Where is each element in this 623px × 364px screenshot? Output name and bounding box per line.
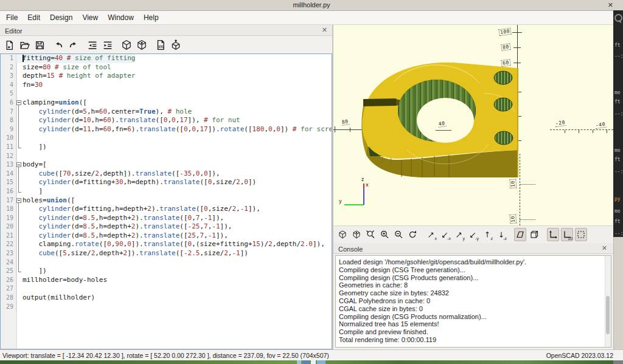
- menu-item-window[interactable]: Window: [103, 11, 139, 24]
- code-text: cylinder(d=8.5,h=depth+2).translate([0,7…: [23, 214, 224, 223]
- terminal-text: py: [614, 196, 621, 202]
- fold-marker: [16, 249, 23, 258]
- menu-item-file[interactable]: File: [1, 11, 23, 24]
- save-file-button[interactable]: [33, 38, 46, 52]
- code-line[interactable]: 27: [1, 284, 332, 294]
- window-close-icon[interactable]: ✕: [608, 1, 613, 10]
- code-line[interactable]: 15 cylinder(d=fitting+30,h=depth).transl…: [1, 178, 332, 187]
- code-line[interactable]: 19 cylinder(d=8.5,h=depth+2).translate([…: [1, 214, 332, 223]
- line-number: 25: [1, 267, 16, 276]
- fold-marker[interactable]: [16, 160, 23, 170]
- fold-marker[interactable]: [16, 196, 23, 205]
- console-output[interactable]: Loaded design '/home/gsohler/git/opensca…: [335, 255, 611, 348]
- scrollbar-thumb[interactable]: [606, 296, 610, 334]
- new-file-button[interactable]: [2, 38, 16, 52]
- code-line[interactable]: 7 cylinder(d=5,h=60,center=True), # hole: [1, 108, 332, 117]
- code-line[interactable]: 2size=80 # size of tool: [1, 63, 332, 72]
- reset-view-button[interactable]: [406, 228, 419, 241]
- code-text: cylinder(d=5,h=60,center=True), # hole: [23, 108, 192, 117]
- code-line[interactable]: 26millholder=body-holes: [1, 276, 332, 285]
- code-line[interactable]: 12: [1, 152, 332, 161]
- show-axes-button[interactable]: [547, 228, 559, 241]
- code-line[interactable]: 20 cylinder(d=8.5,h=depth+2).translate([…: [1, 222, 332, 232]
- zoom-in-button[interactable]: [378, 228, 391, 241]
- indent-button[interactable]: [101, 38, 114, 52]
- line-number: 19: [1, 214, 16, 223]
- code-line[interactable]: 29: [1, 303, 332, 312]
- code-line[interactable]: 8 cylinder(d=10,h=60).translate([0,0,17]…: [1, 116, 332, 125]
- view-z-button[interactable]: z: [481, 228, 493, 241]
- code-line[interactable]: 11 ]): [1, 143, 332, 152]
- perspective-button[interactable]: [514, 228, 526, 241]
- code-line[interactable]: 10: [1, 134, 332, 143]
- code-line[interactable]: 25 ]): [1, 267, 332, 276]
- menu-item-help[interactable]: Help: [139, 11, 164, 24]
- editor-close-icon[interactable]: ✕: [322, 26, 327, 35]
- zoom-out-button[interactable]: [392, 228, 405, 241]
- fold-marker: [16, 240, 23, 249]
- editor-title: Editor: [0, 27, 23, 35]
- menu-item-design[interactable]: Design: [45, 11, 77, 24]
- new-file-icon: [4, 40, 15, 50]
- view-y-button[interactable]: y: [453, 228, 465, 241]
- fold-marker[interactable]: [16, 98, 23, 108]
- viewport-3d[interactable]: 100 80 60 80 -20 -40 10 10: [333, 25, 613, 225]
- terminal-text: ft: [614, 43, 621, 48]
- console-line: CGAL cache size in bytes: 0: [336, 305, 611, 313]
- render-button[interactable]: [350, 228, 363, 241]
- zoom-out-icon: [394, 230, 403, 239]
- code-line[interactable]: 3depth=15 # height of adapter: [1, 72, 332, 81]
- view-minus-x-button[interactable]: -x: [439, 228, 451, 241]
- title-bar: millholder.py ✕: [0, 0, 623, 11]
- code-text: holes=union([: [23, 196, 75, 205]
- menu-item-view[interactable]: View: [77, 11, 103, 24]
- code-line[interactable]: 1fitting=40 # size of fitting: [1, 54, 332, 63]
- console-close-icon[interactable]: ✕: [602, 244, 607, 253]
- unindent-button[interactable]: [86, 38, 99, 52]
- undo-icon: [53, 40, 64, 50]
- code-area[interactable]: 1fitting=40 # size of fitting2size=80 # …: [0, 53, 332, 349]
- view-x-button[interactable]: x: [425, 228, 437, 241]
- undo-button[interactable]: [52, 38, 65, 52]
- code-line[interactable]: 17holes=union([: [1, 196, 332, 205]
- openscad-window: millholder.py ✕ FileEditDesignViewWindow…: [0, 0, 623, 364]
- code-line[interactable]: 23 cube([5,size/2,depth+2]).translate([-…: [1, 249, 332, 258]
- code-line[interactable]: 24: [1, 258, 332, 267]
- code-line[interactable]: 14 cube([70,size/2,depth]).translate([-3…: [1, 170, 332, 179]
- fold-marker: [16, 170, 23, 179]
- preview-button[interactable]: [120, 38, 133, 52]
- code-line[interactable]: 28output(millholder): [1, 294, 332, 303]
- code-line[interactable]: 22 clamping.rotate([0,90,0]).translate([…: [1, 240, 332, 249]
- editor-toolbar: STL: [0, 36, 332, 54]
- menu-item-edit[interactable]: Edit: [23, 11, 45, 24]
- open-file-button[interactable]: [18, 38, 31, 52]
- render-preview-button[interactable]: [336, 228, 349, 241]
- print-3d-button[interactable]: [169, 38, 183, 52]
- fold-column: [16, 152, 23, 161]
- redo-button[interactable]: [67, 38, 80, 52]
- code-line[interactable]: 6clamping=union([: [1, 98, 332, 108]
- fold-marker: [16, 267, 23, 276]
- code-line[interactable]: 9 cylinder(d=11,h=60,fn=6).translate([0,…: [1, 125, 332, 134]
- code-line[interactable]: 5: [1, 89, 332, 98]
- render-button[interactable]: [135, 38, 148, 52]
- terminal-text: me: [614, 148, 621, 153]
- fold-column: [16, 276, 23, 285]
- editor-header: Editor ✕: [0, 25, 332, 36]
- code-line[interactable]: 13body=[: [1, 160, 332, 170]
- export-stl-button[interactable]: STL: [154, 38, 167, 52]
- show-scale-markers-button[interactable]: 10: [561, 228, 573, 241]
- view-minus-z-button[interactable]: -z: [495, 228, 507, 241]
- orthographic-button[interactable]: [528, 228, 540, 241]
- window-title: millholder.py: [0, 0, 623, 10]
- orthographic-icon: [529, 230, 539, 239]
- code-line[interactable]: 4fn=30: [1, 81, 332, 90]
- fold-marker: [16, 108, 23, 117]
- code-line[interactable]: 21 cylinder(d=8.5,h=depth+2).translate([…: [1, 232, 332, 241]
- view-minus-y-button[interactable]: -y: [467, 228, 479, 241]
- console-scrollbar[interactable]: [605, 256, 611, 347]
- zoom-all-button[interactable]: [364, 228, 377, 241]
- code-line[interactable]: 16 ]: [1, 187, 332, 196]
- code-line[interactable]: 18 cylinder(d=fitting,h=depth+2).transla…: [1, 205, 332, 214]
- show-crosshairs-button[interactable]: [575, 228, 587, 241]
